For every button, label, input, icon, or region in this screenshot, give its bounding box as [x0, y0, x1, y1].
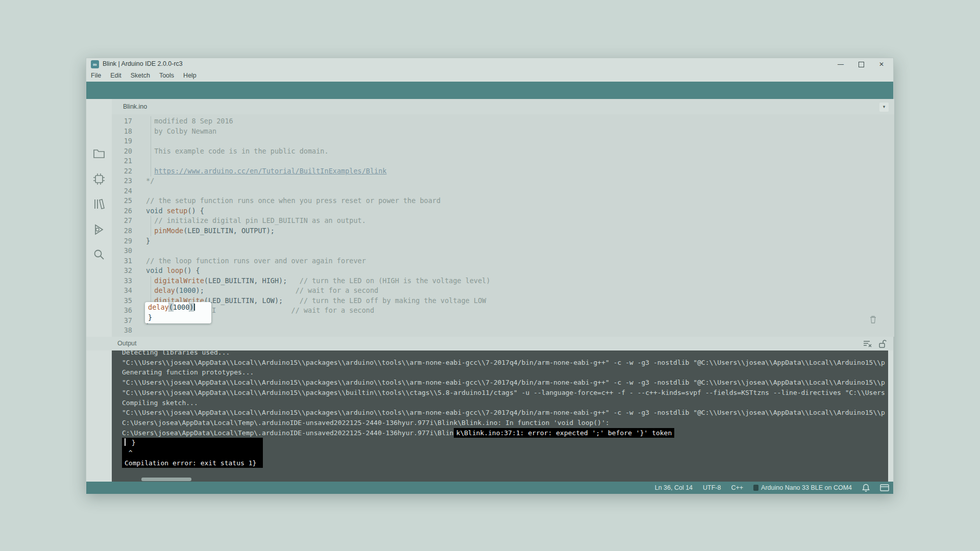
code-line-34: 34 delay(1000); // wait for a second: [112, 286, 894, 296]
code-line-22: 22 https://www.arduino.cc/en/Tutorial/Bu…: [112, 166, 894, 177]
code-line-36: 36 delay(1000) // wait for a second: [112, 306, 894, 316]
sidebar-item-boards-manager[interactable]: [93, 173, 105, 185]
lock-open-icon: [878, 339, 887, 348]
line-number: 24: [112, 186, 132, 196]
encoding-status[interactable]: UTF-8: [703, 484, 721, 491]
code-line-19: 19: [112, 136, 894, 146]
line-number: 20: [112, 146, 132, 157]
clear-output-icon: [863, 339, 872, 347]
menu-item-edit[interactable]: Edit: [106, 70, 126, 81]
editor-rows: 17 modified 8 Sep 201618 by Colby Newman…: [112, 116, 894, 336]
highlight-delay-call: delay: [148, 303, 169, 311]
code-line-25: 25// the setup function runs once when y…: [112, 196, 894, 206]
output-panel-header: Output: [86, 337, 893, 350]
code-line-35: 35 digitalWrite(LED_BUILTIN, LOW); // tu…: [112, 296, 894, 306]
bell-icon: [862, 484, 870, 492]
menu-item-tools[interactable]: Tools: [155, 70, 179, 81]
line-number: 31: [112, 256, 132, 266]
search-icon: [93, 248, 105, 261]
line-number: 22: [112, 166, 132, 177]
boards-manager-icon: [93, 173, 105, 185]
panel-layout-icon: [880, 484, 889, 491]
sidebar-item-search[interactable]: [93, 248, 105, 261]
line-number: 32: [112, 266, 132, 276]
console-line: Detecting libraries used...: [122, 350, 888, 358]
maximize-button[interactable]: [851, 58, 871, 70]
arduino-app-icon: ∞: [91, 60, 99, 68]
code-line-37: 37}: [112, 316, 894, 326]
tab-overflow-menu-button[interactable]: ▾: [879, 103, 889, 112]
horizontal-scrollbar-thumb[interactable]: [141, 478, 191, 481]
indent-guide: [151, 216, 151, 236]
code-line-26: 26void setup() {: [112, 206, 894, 216]
code-line-28: 28 pinMode(LED_BUILTIN, OUTPUT);: [112, 226, 894, 236]
menu-item-sketch[interactable]: Sketch: [126, 70, 155, 81]
indent-guide: [151, 116, 151, 177]
console-line: C:\Users\josea\AppData\Local\Temp\.ardui…: [122, 418, 888, 428]
code-line-17: 17 modified 8 Sep 2016: [112, 116, 894, 127]
code-line-27: 27 // initialize digital pin LED_BUILTIN…: [112, 216, 894, 226]
menu-item-help[interactable]: Help: [179, 70, 201, 81]
console-line: "C:\\Users\\josea\\AppData\\Local\\Ardui…: [122, 378, 888, 388]
console-line: }: [122, 438, 888, 448]
line-number: 34: [112, 286, 132, 296]
tab-blink-ino[interactable]: Blink.ino: [118, 99, 152, 114]
console-line: Generating function prototypes...: [122, 367, 888, 378]
minimize-button[interactable]: —: [830, 58, 851, 70]
sidebar-item-debug[interactable]: [93, 223, 105, 236]
console-line: ^: [122, 448, 888, 458]
menu-bar: FileEditSketchToolsHelp: [86, 70, 893, 82]
code-line-20: 20 This example code is in the public do…: [112, 146, 894, 157]
language-status[interactable]: C++: [731, 484, 743, 491]
code-line-21: 21: [112, 156, 894, 166]
notifications-button[interactable]: [862, 484, 870, 492]
scroll-lock-button[interactable]: [878, 339, 887, 348]
line-number: 28: [112, 226, 132, 236]
sidebar-item-library-manager[interactable]: [93, 198, 105, 210]
code-editor[interactable]: 17 modified 8 Sep 201618 by Colby Newman…: [112, 114, 894, 337]
console-line: "C:\\Users\\josea\\AppData\\Local\\Ardui…: [122, 358, 888, 368]
editor-tab-bar: Blink.ino: [112, 99, 894, 114]
menu-item-file[interactable]: File: [86, 70, 106, 81]
line-number: 17: [112, 116, 132, 127]
console-line: Compiling sketch...: [122, 398, 888, 408]
debug-icon: [93, 223, 105, 236]
window-title: Blink | Arduino IDE 2.0.0-rc3: [103, 60, 183, 67]
line-number: 27: [112, 216, 132, 226]
cursor-position-status[interactable]: Ln 36, Col 14: [655, 484, 693, 491]
maximize-icon: [859, 62, 864, 67]
highlight-closing-brace: }: [148, 313, 152, 321]
activity-sidebar: [86, 99, 112, 482]
sidebar-item-sketchbook[interactable]: [93, 147, 105, 160]
code-line-18: 18 by Colby Newman: [112, 127, 894, 137]
output-console: Detecting libraries used..."C:\\Users\\j…: [112, 350, 888, 482]
line-number: 21: [112, 156, 132, 166]
console-line: "C:\\Users\\josea\\AppData\\Local\\Ardui…: [122, 388, 888, 398]
board-status[interactable]: Arduino Nano 33 BLE on COM4: [753, 484, 852, 491]
line-number: 23: [112, 176, 132, 186]
line-number: 25: [112, 196, 132, 206]
console-line: C:\Users\josea\AppData\Local\Temp\.ardui…: [122, 428, 888, 438]
library-manager-icon: [93, 198, 105, 210]
code-line-31: 31// the loop function runs over and ove…: [112, 256, 894, 266]
board-chip-icon: [753, 485, 758, 491]
console-line: Compilation error: exit status 1}: [122, 458, 888, 468]
console-text: Detecting libraries used..."C:\\Users\\j…: [112, 350, 888, 468]
highlight-number: 1000: [173, 303, 190, 311]
bracket-match-open: (: [169, 303, 173, 311]
trash-icon[interactable]: [870, 316, 876, 323]
clear-output-button[interactable]: [863, 339, 872, 347]
code-line-23: 23*/: [112, 176, 894, 186]
code-line-29: 29}: [112, 236, 894, 246]
status-bar: Ln 36, Col 14 UTF-8 C++ Arduino Nano 33 …: [86, 482, 893, 494]
mouse-ibeam-cursor: I: [212, 306, 216, 314]
line-number: 26: [112, 206, 132, 216]
line-number: 19: [112, 136, 132, 146]
close-button[interactable]: ✕: [871, 58, 892, 70]
code-line-30: 30: [112, 246, 894, 256]
sketchbook-icon: [93, 147, 105, 160]
toggle-panel-button[interactable]: [880, 484, 889, 491]
line-number: 35: [112, 296, 132, 306]
arduino-ide-window: ∞ Blink | Arduino IDE 2.0.0-rc3 — ✕ File…: [86, 58, 894, 493]
code-line-33: 33 digitalWrite(LED_BUILTIN, HIGH); // t…: [112, 276, 894, 286]
